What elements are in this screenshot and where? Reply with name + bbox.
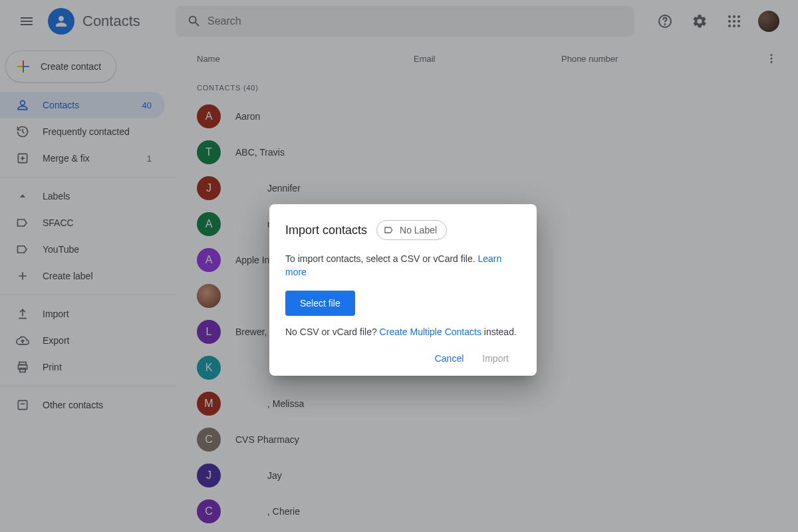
- select-file-button[interactable]: Select file: [285, 291, 355, 316]
- dialog-nofile-pre: No CSV or vCard file?: [285, 327, 380, 337]
- label-chip-text: No Label: [400, 225, 437, 235]
- dialog-instruction: To import contacts, select a CSV or vCar…: [285, 253, 477, 264]
- import-dialog: Import contacts No Label To import conta…: [269, 204, 537, 376]
- import-button[interactable]: Import: [482, 353, 509, 364]
- dialog-nofile-post: instead.: [481, 327, 517, 337]
- label-icon: [384, 225, 394, 235]
- label-chip[interactable]: No Label: [376, 220, 447, 240]
- dialog-title: Import contacts: [285, 223, 367, 237]
- create-multiple-link[interactable]: Create Multiple Contacts: [380, 327, 481, 337]
- cancel-button[interactable]: Cancel: [435, 353, 464, 364]
